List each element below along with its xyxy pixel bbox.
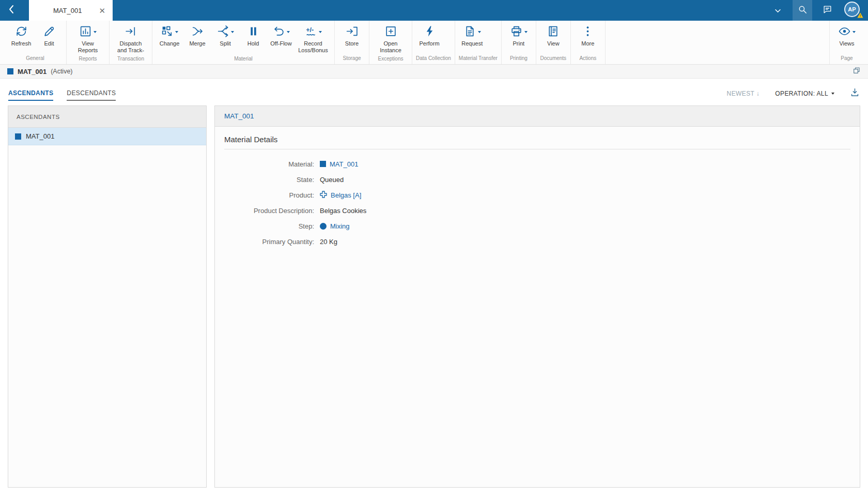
toolbar-group-label: Transaction — [113, 56, 148, 63]
toolbar-group-label: Printing — [505, 55, 532, 62]
field-label: Product: — [224, 191, 320, 199]
view-documents-button[interactable]: View — [540, 24, 567, 47]
button-label: Off-Flow — [270, 40, 291, 47]
sort-newest-control[interactable]: NEWEST ↓ — [727, 90, 760, 97]
button-label: Open Instance — [375, 40, 406, 54]
ascendant-item-label: MAT_001 — [26, 132, 54, 140]
product-link[interactable]: Belgas [A] — [331, 191, 361, 199]
button-label: Store — [345, 40, 359, 47]
toolbar-group-label: General — [8, 55, 63, 62]
button-label: Record Loss/Bonus — [298, 40, 329, 54]
close-icon[interactable]: ✕ — [97, 6, 107, 16]
button-label: More — [581, 40, 594, 47]
print-button[interactable]: Print — [505, 24, 532, 47]
button-label: Refresh — [11, 40, 32, 47]
toolbar-group-label: Actions — [575, 55, 601, 62]
chevron-down-icon — [287, 31, 290, 33]
document-tab-title: MAT_001 — [38, 7, 97, 14]
chat-button[interactable] — [817, 0, 837, 21]
svg-text:!: ! — [860, 14, 861, 18]
toolbar-group-transaction: Dispatch and Track- Transaction — [110, 21, 152, 64]
ascendant-item[interactable]: MAT_001 — [8, 128, 206, 145]
record-loss-bonus-button[interactable]: +/- Record Loss/Bonus — [296, 24, 331, 54]
button-label: Split — [220, 40, 230, 47]
views-eye-icon — [838, 25, 851, 38]
chevron-down-icon — [478, 31, 481, 33]
toolbar-group-label: Material Transfer — [459, 55, 498, 62]
field-material: Material: MAT_001 — [224, 156, 850, 172]
chevron-down-icon — [319, 31, 322, 33]
material-link[interactable]: MAT_001 — [330, 160, 358, 168]
download-button[interactable] — [850, 87, 860, 99]
button-label: Request — [461, 40, 483, 47]
dispatch-arrow-icon — [125, 25, 137, 38]
material-title: MAT_001 — [18, 68, 47, 75]
detail-panel-header: MAT_001 — [215, 106, 860, 127]
step-link[interactable]: Mixing — [330, 222, 350, 230]
svg-text:+/-: +/- — [306, 26, 314, 34]
off-flow-button[interactable]: Off-Flow — [268, 24, 295, 47]
more-options-button[interactable] — [768, 0, 787, 21]
views-button[interactable]: Views — [833, 24, 860, 47]
back-chevron-icon — [7, 5, 16, 16]
change-button[interactable]: Change — [156, 24, 183, 47]
material-status: (Active) — [51, 68, 72, 75]
product-icon — [320, 191, 327, 200]
content-area: ASCENDANTS MAT_001 MAT_001 Material Deta… — [0, 103, 868, 488]
toolbar-group-label: Documents — [540, 55, 567, 62]
search-button[interactable] — [793, 0, 812, 21]
loss-bonus-icon: +/- — [304, 25, 317, 38]
chevron-down-icon — [175, 31, 178, 33]
chevron-down-icon — [774, 6, 781, 15]
toolbar-group-actions: More Actions — [571, 21, 606, 64]
request-button[interactable]: Request — [459, 24, 486, 47]
back-button[interactable] — [0, 0, 23, 21]
download-icon — [850, 87, 860, 99]
ribbon-toolbar: Refresh Edit General View Reports Report… — [0, 21, 868, 65]
section-title-material-details: Material Details — [224, 135, 850, 149]
step-circle-icon — [320, 223, 327, 230]
merge-button[interactable]: Merge — [184, 24, 211, 47]
button-label: Edit — [44, 40, 54, 47]
open-new-window-icon — [853, 66, 861, 77]
perform-lightning-icon — [423, 25, 436, 38]
edit-button[interactable]: Edit — [36, 24, 63, 47]
primary-quantity-value: 20 Kg — [320, 238, 337, 246]
perform-button[interactable]: Perform — [416, 24, 443, 47]
chevron-down-icon — [94, 31, 97, 33]
request-document-icon — [463, 25, 476, 38]
toolbar-group-storage: Store Storage — [335, 21, 369, 64]
split-button[interactable]: Split — [212, 24, 239, 47]
store-button[interactable]: Store — [338, 24, 365, 47]
field-label: Primary Quantity: — [224, 238, 320, 246]
more-button[interactable]: More — [575, 24, 601, 47]
button-label: Merge — [189, 40, 205, 47]
refresh-button[interactable]: Refresh — [8, 24, 35, 47]
ascendants-panel-header: ASCENDANTS — [8, 106, 206, 128]
dispatch-and-track-button[interactable]: Dispatch and Track- — [113, 24, 148, 54]
search-icon — [798, 5, 808, 17]
button-label: Dispatch and Track- — [115, 40, 146, 54]
toolbar-group-label: Material — [156, 56, 331, 63]
button-label: Perform — [419, 40, 439, 47]
open-instance-button[interactable]: Open Instance — [373, 24, 408, 54]
tab-descendants[interactable]: DESCENDANTS — [67, 89, 116, 101]
document-tab[interactable]: MAT_001 ✕ — [29, 0, 113, 21]
operation-filter-dropdown[interactable]: OPERATION: ALL — [775, 90, 834, 97]
change-icon — [161, 25, 174, 38]
merge-icon — [191, 25, 204, 38]
open-instance-icon — [384, 25, 397, 38]
split-icon — [216, 25, 229, 38]
material-detail-panel: MAT_001 Material Details Material: MAT_0… — [214, 105, 860, 488]
view-reports-button[interactable]: View Reports — [70, 24, 105, 54]
hold-button[interactable]: Hold — [240, 24, 267, 47]
warning-triangle-icon: ! — [857, 11, 863, 20]
open-new-window-button[interactable] — [853, 66, 861, 77]
chevron-down-icon — [524, 31, 528, 33]
tab-ascendants[interactable]: ASCENDANTS — [8, 89, 53, 101]
button-label: Hold — [247, 40, 259, 47]
user-avatar[interactable]: AP ! — [844, 2, 862, 19]
chat-icon — [823, 5, 832, 17]
field-label: State: — [224, 176, 320, 184]
button-label: View — [547, 40, 560, 47]
